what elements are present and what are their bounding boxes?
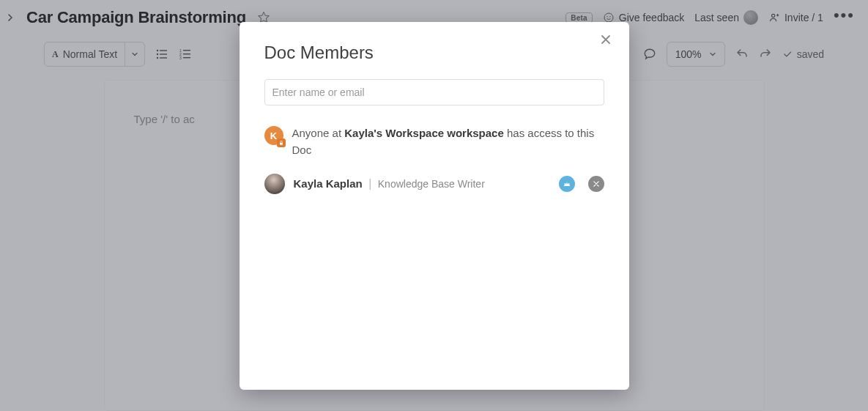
svg-rect-7 — [160, 53, 167, 54]
text-style-select[interactable]: A Normal Text — [44, 42, 145, 67]
redo-icon[interactable] — [759, 48, 772, 61]
svg-point-3 — [772, 14, 775, 17]
remove-member-button[interactable] — [588, 176, 604, 192]
invite-label: Invite / 1 — [784, 12, 823, 23]
expand-sidebar-icon[interactable] — [4, 12, 16, 23]
close-modal-button[interactable] — [600, 34, 616, 50]
modal-title: Doc Members — [264, 42, 604, 63]
workspace-access-text: Anyone at Kayla's Workspace workspace ha… — [292, 125, 604, 159]
give-feedback-label: Give feedback — [619, 12, 685, 23]
workspace-avatar: K — [264, 126, 283, 145]
member-identity: Kayla Kaplan | Knowledge Base Writer — [294, 177, 485, 190]
member-search-input[interactable] — [264, 79, 604, 105]
svg-point-0 — [604, 13, 613, 22]
undo-icon[interactable] — [735, 48, 749, 61]
svg-rect-11 — [183, 50, 190, 51]
bullet-list-icon[interactable] — [155, 48, 168, 61]
last-seen-label: Last seen — [694, 12, 739, 23]
svg-point-8 — [157, 57, 158, 59]
member-avatar — [264, 174, 285, 194]
svg-rect-16 — [280, 143, 283, 145]
owner-badge-icon[interactable] — [559, 176, 575, 192]
last-seen-section[interactable]: Last seen — [694, 10, 758, 25]
chevron-down-icon — [125, 51, 144, 58]
member-role: Knowledge Base Writer — [378, 178, 485, 190]
member-row: Kayla Kaplan | Knowledge Base Writer — [264, 174, 604, 194]
svg-text:3: 3 — [179, 56, 182, 60]
text-style-a-icon: A — [52, 49, 59, 60]
svg-rect-9 — [160, 57, 167, 58]
zoom-select[interactable]: 100% — [667, 42, 725, 67]
svg-point-4 — [157, 50, 158, 51]
more-menu-icon[interactable]: ••• — [834, 15, 855, 20]
svg-point-6 — [157, 53, 158, 55]
svg-point-1 — [607, 16, 607, 17]
svg-point-2 — [609, 16, 610, 17]
svg-rect-15 — [183, 57, 190, 58]
last-seen-avatar — [743, 10, 758, 25]
doc-members-modal: Doc Members K Anyone at Kayla's Workspac… — [240, 22, 629, 390]
doc-title[interactable]: Car Campaign Brainstorming — [26, 8, 246, 27]
svg-rect-5 — [160, 50, 167, 51]
invite-person-icon — [768, 12, 780, 23]
workspace-access-row: K Anyone at Kayla's Workspace workspace … — [264, 125, 604, 159]
text-style-label: Normal Text — [63, 48, 117, 60]
zoom-value: 100% — [675, 48, 702, 60]
invite-button[interactable]: Invite / 1 — [768, 12, 823, 23]
saved-indicator: saved — [782, 48, 824, 60]
saved-label: saved — [797, 48, 824, 60]
svg-rect-13 — [183, 53, 190, 54]
check-icon — [782, 49, 793, 59]
lock-icon — [277, 138, 286, 147]
comment-icon[interactable] — [643, 48, 656, 61]
member-name: Kayla Kaplan — [294, 177, 363, 190]
chevron-down-icon — [709, 51, 716, 58]
numbered-list-icon[interactable]: 123 — [179, 48, 192, 61]
